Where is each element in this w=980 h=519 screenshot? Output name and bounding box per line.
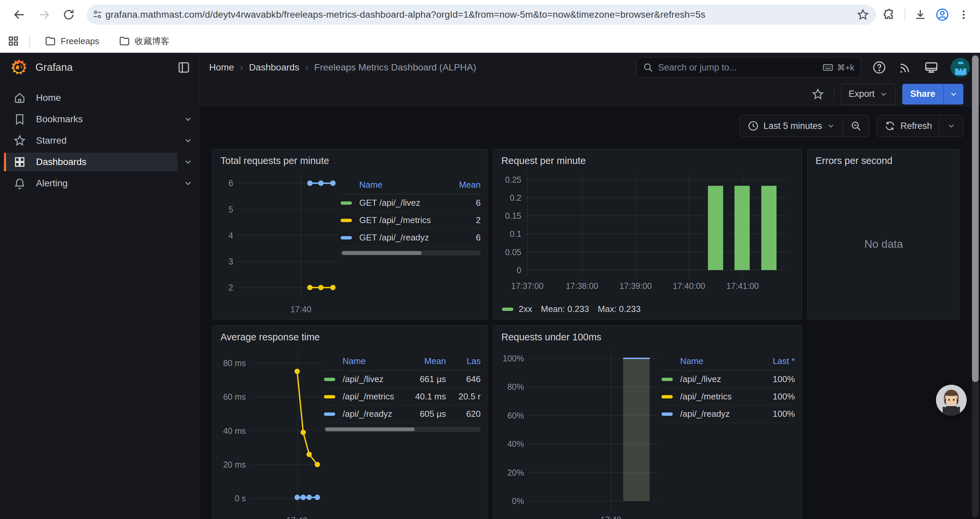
svg-text:6: 6 xyxy=(229,178,233,188)
reload-button[interactable] xyxy=(58,4,80,26)
zoom-out-button[interactable] xyxy=(843,115,869,137)
back-arrow-icon xyxy=(13,8,26,21)
svg-text:80%: 80% xyxy=(508,382,524,391)
svg-text:20 ms: 20 ms xyxy=(223,460,246,469)
refresh-interval-button[interactable] xyxy=(940,115,963,137)
svg-text:0.05: 0.05 xyxy=(505,248,521,257)
legend-column-header[interactable]: Name xyxy=(680,356,753,366)
legend-row[interactable]: /api/_/metrics40.1 ms20.5 r xyxy=(324,388,480,406)
refresh-button[interactable]: Refresh xyxy=(877,115,939,137)
sidebar-item-bookmarks[interactable]: Bookmarks xyxy=(0,109,199,129)
legend-value: 6 xyxy=(439,232,480,243)
back-button[interactable] xyxy=(9,4,30,26)
expand-chevron[interactable] xyxy=(177,179,199,188)
timeseries-chart: 80 ms60 ms40 ms20 ms0 s17:40 xyxy=(216,345,324,519)
search-placeholder: Search or jump to... xyxy=(658,62,818,73)
panel-title[interactable]: Total requests per minute xyxy=(213,149,487,168)
series-name: GET /api/_/livez xyxy=(359,198,439,208)
share-button[interactable]: Share xyxy=(902,84,943,105)
breadcrumb: Home › Dashboards › Freeleaps Metrics Da… xyxy=(209,62,476,73)
time-range-label: Last 5 minutes xyxy=(764,121,822,131)
panel-title[interactable]: Requests under 100ms xyxy=(493,326,802,345)
series-name: GET /api/_/metrics xyxy=(359,215,439,225)
legend-column-header[interactable]: Name xyxy=(359,180,439,190)
sidebar-item-label: Alerting xyxy=(36,178,68,189)
legend-column-header[interactable]: Mean xyxy=(439,180,480,190)
news-button[interactable] xyxy=(898,60,913,75)
legend-column-header[interactable]: Las xyxy=(446,356,480,366)
legend-row[interactable]: GET /api/_/metrics2 xyxy=(340,212,480,229)
dashboard-main: Export Share Last 5 minutes xyxy=(199,82,980,519)
help-button[interactable] xyxy=(872,60,886,75)
time-controls: Last 5 minutes Refresh xyxy=(199,115,963,137)
bookmark-star-icon[interactable] xyxy=(857,8,869,21)
breadcrumb-dashboards[interactable]: Dashboards xyxy=(249,62,299,73)
bookmark-folder-blogs[interactable]: 收藏博客 xyxy=(114,33,174,50)
bookmark-folder-freeleaps[interactable]: Freeleaps xyxy=(40,33,104,50)
svg-text:2: 2 xyxy=(229,283,233,292)
forward-button[interactable] xyxy=(33,4,55,26)
legend-row[interactable]: /api/_/readyz605 µs620 xyxy=(324,406,480,423)
kiosk-mode-button[interactable] xyxy=(924,60,939,75)
monitor-icon xyxy=(924,60,939,75)
series-color-pill xyxy=(324,378,335,381)
legend-column-header[interactable]: Last * xyxy=(753,356,795,366)
search-input[interactable]: Search or jump to... ⌘+k xyxy=(636,57,861,78)
sidebar-item-label: Dashboards xyxy=(36,156,86,167)
url-text[interactable]: grafana.mathmast.com/d/deytv4rwavabkb/fr… xyxy=(105,10,857,20)
legend-row[interactable]: /api/_/readyz100% xyxy=(662,406,795,423)
panel-title[interactable]: Errors per second xyxy=(808,149,960,168)
export-button[interactable]: Export xyxy=(841,84,896,105)
legend-row[interactable]: GET /api/_/readyz6 xyxy=(340,229,480,246)
profile-icon[interactable] xyxy=(935,8,949,22)
home-icon xyxy=(13,91,26,104)
grafana-app: Grafana Home › Dashboards › Freeleaps Me… xyxy=(0,53,980,519)
svg-text:0.2: 0.2 xyxy=(510,193,521,203)
legend-row[interactable]: /api/_/livez100% xyxy=(662,371,795,388)
expand-chevron[interactable] xyxy=(177,136,199,145)
grafana-logo[interactable] xyxy=(10,58,28,77)
sidebar-item-dashboards[interactable]: Dashboards xyxy=(0,152,199,172)
sidebar-item-label: Home xyxy=(36,93,61,103)
expand-chevron[interactable] xyxy=(177,115,199,124)
legend-row[interactable]: /api/_/livez661 µs646 xyxy=(324,371,480,388)
legend-value: 100% xyxy=(753,391,795,402)
legend-scrollbar[interactable] xyxy=(324,427,480,432)
legend-row[interactable]: GET /api/_/livez6 xyxy=(340,194,480,212)
chevron-down-icon xyxy=(879,90,888,99)
dashboard-content: Last 5 minutes Refresh xyxy=(199,106,980,519)
series-name: 2xx xyxy=(519,304,532,314)
legend-scrollbar[interactable] xyxy=(340,251,480,256)
extensions-icon[interactable] xyxy=(883,8,896,21)
panel-request-per-minute: Request per minute 0.250.20.150.10.05017… xyxy=(493,149,802,320)
sidebar-item-alerting[interactable]: Alerting xyxy=(0,173,199,194)
dock-menu-icon[interactable] xyxy=(177,61,191,75)
svg-text:0.1: 0.1 xyxy=(510,229,521,238)
favorite-dashboard-button[interactable] xyxy=(808,85,827,104)
legend-row[interactable]: 2xx Mean: 0.233 Max: 0.233 xyxy=(502,304,641,314)
avatar-image xyxy=(936,385,967,415)
apps-grid-icon[interactable] xyxy=(7,35,19,47)
assistant-avatar-widget[interactable] xyxy=(936,385,967,415)
legend-column-header[interactable]: Name xyxy=(342,356,396,366)
time-range-picker[interactable]: Last 5 minutes xyxy=(740,115,843,137)
legend-row[interactable]: /api/_/metrics100% xyxy=(662,388,795,406)
bell-icon xyxy=(13,177,26,190)
share-menu-button[interactable] xyxy=(943,84,963,105)
menu-kebab-icon[interactable] xyxy=(958,9,969,21)
site-settings-icon[interactable] xyxy=(89,7,105,23)
downloads-icon[interactable] xyxy=(914,8,927,21)
user-avatar[interactable] xyxy=(950,57,970,78)
sidebar-item-starred[interactable]: Starred xyxy=(0,130,199,151)
breadcrumb-home[interactable]: Home xyxy=(209,62,234,73)
legend-column-header[interactable]: Mean xyxy=(396,356,446,366)
folder-icon xyxy=(45,35,56,47)
panel-title[interactable]: Request per minute xyxy=(493,149,802,168)
page-scrollbar-thumb[interactable] xyxy=(972,56,978,382)
url-bar[interactable]: grafana.mathmast.com/d/deytv4rwavabkb/fr… xyxy=(87,5,876,25)
series-name: GET /api/_/readyz xyxy=(359,232,439,243)
panel-title[interactable]: Average response time xyxy=(213,326,487,345)
expand-chevron[interactable] xyxy=(177,157,199,167)
svg-text:80 ms: 80 ms xyxy=(223,358,246,368)
sidebar-item-home[interactable]: Home xyxy=(0,88,199,108)
